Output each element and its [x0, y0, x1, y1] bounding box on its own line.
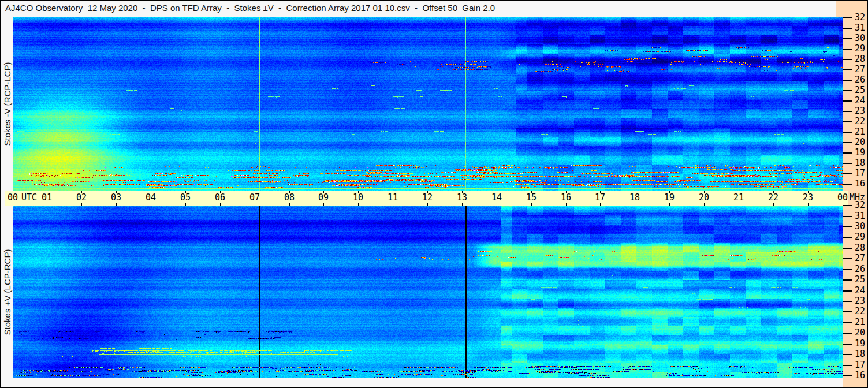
frequency-tick-label: 20	[855, 138, 865, 147]
frequency-tick-label: 25	[855, 275, 865, 284]
time-tick-label: 23	[803, 193, 813, 202]
time-tick-label: 04	[146, 193, 156, 202]
frequency-tick-label: 32	[855, 201, 865, 210]
time-tick	[323, 203, 324, 206]
time-tick	[531, 203, 532, 206]
time-tick-label: 06	[215, 193, 225, 202]
frequency-tick	[843, 354, 852, 355]
frequency-tick	[843, 365, 852, 366]
time-tick-label: 10	[353, 193, 363, 202]
time-tick-label: 18	[629, 193, 640, 202]
time-tick	[358, 203, 359, 206]
time-tick	[81, 203, 82, 206]
frequency-tick-label: 20	[855, 329, 865, 337]
time-tick-label: 00	[8, 193, 18, 202]
frequency-tick-label: 22	[855, 117, 865, 126]
time-tick	[220, 203, 221, 206]
frequency-tick	[843, 290, 852, 292]
frequency-tick-label: 16	[855, 371, 865, 380]
frequency-tick	[843, 69, 852, 70]
frequency-tick-label: 18	[855, 159, 865, 167]
time-tick-label: 16	[561, 193, 571, 202]
frequency-tick	[843, 90, 852, 91]
frequency-tick	[843, 237, 852, 238]
time-tick	[462, 203, 463, 206]
time-tick	[808, 203, 809, 206]
frequency-tick-label: 26	[855, 265, 865, 274]
frequency-tick	[843, 38, 852, 39]
frequency-tick-label: 32	[855, 13, 865, 22]
frequency-tick-label: 29	[855, 44, 865, 53]
time-tick	[151, 203, 151, 206]
frequency-tick	[843, 322, 852, 323]
spectrogram-stokes-negV-canvas	[13, 17, 843, 191]
time-tick	[704, 203, 705, 206]
frequency-tick	[843, 100, 852, 102]
frequency-tick-label: 26	[855, 76, 865, 84]
y-axis-label-bottom-panel: Stokes +V (LCP-RCP)	[1, 206, 12, 378]
frequency-tick-label: 31	[855, 212, 865, 221]
frequency-tick-label: 19	[855, 148, 865, 157]
time-tick-label: 12	[422, 193, 433, 202]
frequency-tick	[843, 132, 852, 133]
time-tick-label: 14	[491, 193, 502, 202]
time-tick	[427, 203, 428, 206]
frequency-tick	[843, 142, 852, 143]
time-tick-label: 00	[837, 193, 848, 202]
frequency-tick-label: 18	[855, 350, 865, 359]
frequency-tick	[843, 184, 852, 185]
time-tick	[566, 203, 567, 206]
frequency-tick	[843, 216, 852, 217]
frequency-tick-label: 29	[855, 233, 865, 241]
time-tick-label: 09	[318, 193, 329, 202]
spectrogram-stokes-posV-canvas	[13, 206, 843, 378]
time-tick	[600, 203, 601, 206]
time-tick-label: 02	[76, 193, 87, 202]
frequency-tick-label: 23	[855, 297, 865, 305]
frequency-tick-label: 27	[855, 65, 865, 74]
y-axis-label-text: Stokes -V (RCP-LCP)	[2, 62, 12, 146]
frequency-tick-label: 25	[855, 86, 865, 95]
time-tick	[47, 203, 47, 206]
time-tick	[773, 203, 774, 206]
frequency-tick	[843, 258, 852, 259]
frequency-tick	[843, 248, 852, 249]
frequency-tick	[843, 279, 852, 281]
frequency-tick	[843, 163, 852, 164]
frequency-tick-label: 30	[855, 222, 865, 231]
frequency-tick	[843, 111, 852, 112]
observatory-spectrogram-window: AJ4CO Observatory 12 May 2020 - DPS on T…	[0, 0, 868, 388]
time-tick-label: 15	[526, 193, 537, 202]
frequency-tick-label: 17	[855, 169, 865, 178]
frequency-tick-label: 23	[855, 107, 865, 115]
frequency-tick	[843, 173, 852, 174]
frequency-tick	[843, 333, 852, 334]
frequency-tick-label: 16	[855, 180, 865, 188]
frequency-tick-label: 19	[855, 339, 865, 348]
time-tick-label: 03	[111, 193, 121, 202]
frequency-tick	[843, 344, 852, 345]
frequency-tick	[843, 59, 852, 60]
time-tick	[497, 203, 497, 206]
time-tick	[635, 203, 635, 206]
y-axis-label-top-panel: Stokes -V (RCP-LCP)	[1, 17, 12, 191]
time-tick	[255, 203, 255, 206]
time-tick	[393, 203, 393, 206]
frequency-tick	[843, 205, 852, 206]
time-tick	[739, 203, 739, 206]
frequency-tick-label: 31	[855, 24, 865, 32]
frequency-tick-label: 24	[855, 286, 865, 295]
time-tick-label: 07	[249, 193, 260, 202]
frequency-tick-label: 30	[855, 34, 865, 43]
frequency-tick	[843, 375, 852, 376]
frequency-tick	[843, 226, 852, 227]
bottom-margin	[1, 378, 843, 388]
time-tick-label: 17	[595, 193, 605, 202]
time-tick-label: 19	[664, 193, 675, 202]
time-tick	[116, 203, 117, 206]
frequency-tick	[843, 301, 852, 302]
frequency-tick-label: 28	[855, 55, 865, 64]
time-tick-label: 11	[388, 193, 398, 202]
time-tick	[185, 203, 186, 206]
frequency-tick	[843, 121, 852, 122]
